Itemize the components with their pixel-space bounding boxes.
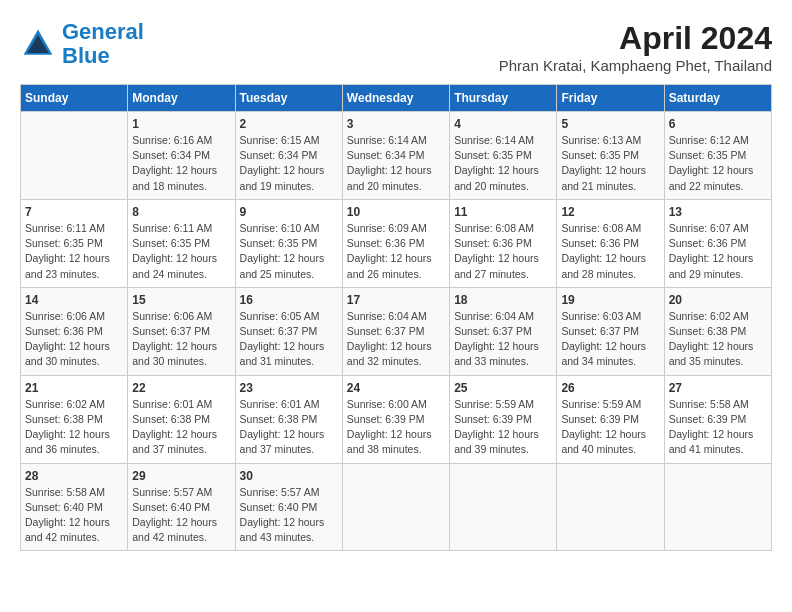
day-number: 11	[454, 205, 552, 219]
calendar-cell: 20Sunrise: 6:02 AM Sunset: 6:38 PM Dayli…	[664, 287, 771, 375]
logo-text: General Blue	[62, 20, 144, 68]
cell-content: Sunrise: 6:05 AM Sunset: 6:37 PM Dayligh…	[240, 309, 338, 370]
calendar-cell: 28Sunrise: 5:58 AM Sunset: 6:40 PM Dayli…	[21, 463, 128, 551]
calendar-cell: 8Sunrise: 6:11 AM Sunset: 6:35 PM Daylig…	[128, 199, 235, 287]
calendar-cell: 18Sunrise: 6:04 AM Sunset: 6:37 PM Dayli…	[450, 287, 557, 375]
calendar-cell: 25Sunrise: 5:59 AM Sunset: 6:39 PM Dayli…	[450, 375, 557, 463]
cell-content: Sunrise: 6:02 AM Sunset: 6:38 PM Dayligh…	[669, 309, 767, 370]
day-header-thursday: Thursday	[450, 85, 557, 112]
day-number: 27	[669, 381, 767, 395]
day-number: 1	[132, 117, 230, 131]
cell-content: Sunrise: 5:58 AM Sunset: 6:39 PM Dayligh…	[669, 397, 767, 458]
calendar-cell: 5Sunrise: 6:13 AM Sunset: 6:35 PM Daylig…	[557, 112, 664, 200]
calendar-cell: 4Sunrise: 6:14 AM Sunset: 6:35 PM Daylig…	[450, 112, 557, 200]
day-number: 12	[561, 205, 659, 219]
calendar-cell: 19Sunrise: 6:03 AM Sunset: 6:37 PM Dayli…	[557, 287, 664, 375]
day-number: 30	[240, 469, 338, 483]
calendar-cell: 24Sunrise: 6:00 AM Sunset: 6:39 PM Dayli…	[342, 375, 449, 463]
calendar-header-row: SundayMondayTuesdayWednesdayThursdayFrid…	[21, 85, 772, 112]
calendar-table: SundayMondayTuesdayWednesdayThursdayFrid…	[20, 84, 772, 551]
day-number: 14	[25, 293, 123, 307]
day-number: 22	[132, 381, 230, 395]
calendar-cell: 15Sunrise: 6:06 AM Sunset: 6:37 PM Dayli…	[128, 287, 235, 375]
cell-content: Sunrise: 5:59 AM Sunset: 6:39 PM Dayligh…	[561, 397, 659, 458]
day-number: 19	[561, 293, 659, 307]
day-number: 25	[454, 381, 552, 395]
page-subtitle: Phran Kratai, Kamphaeng Phet, Thailand	[499, 57, 772, 74]
calendar-cell	[342, 463, 449, 551]
cell-content: Sunrise: 6:00 AM Sunset: 6:39 PM Dayligh…	[347, 397, 445, 458]
cell-content: Sunrise: 5:57 AM Sunset: 6:40 PM Dayligh…	[240, 485, 338, 546]
day-number: 15	[132, 293, 230, 307]
cell-content: Sunrise: 6:03 AM Sunset: 6:37 PM Dayligh…	[561, 309, 659, 370]
calendar-cell: 23Sunrise: 6:01 AM Sunset: 6:38 PM Dayli…	[235, 375, 342, 463]
cell-content: Sunrise: 6:04 AM Sunset: 6:37 PM Dayligh…	[454, 309, 552, 370]
cell-content: Sunrise: 6:01 AM Sunset: 6:38 PM Dayligh…	[240, 397, 338, 458]
day-number: 10	[347, 205, 445, 219]
day-header-friday: Friday	[557, 85, 664, 112]
day-number: 18	[454, 293, 552, 307]
day-header-sunday: Sunday	[21, 85, 128, 112]
cell-content: Sunrise: 6:08 AM Sunset: 6:36 PM Dayligh…	[561, 221, 659, 282]
day-header-monday: Monday	[128, 85, 235, 112]
day-number: 29	[132, 469, 230, 483]
calendar-cell: 7Sunrise: 6:11 AM Sunset: 6:35 PM Daylig…	[21, 199, 128, 287]
logo: General Blue	[20, 20, 144, 68]
calendar-week-row: 1Sunrise: 6:16 AM Sunset: 6:34 PM Daylig…	[21, 112, 772, 200]
calendar-week-row: 28Sunrise: 5:58 AM Sunset: 6:40 PM Dayli…	[21, 463, 772, 551]
page-header: General Blue April 2024 Phran Kratai, Ka…	[20, 20, 772, 74]
calendar-cell: 13Sunrise: 6:07 AM Sunset: 6:36 PM Dayli…	[664, 199, 771, 287]
calendar-cell: 27Sunrise: 5:58 AM Sunset: 6:39 PM Dayli…	[664, 375, 771, 463]
calendar-cell: 14Sunrise: 6:06 AM Sunset: 6:36 PM Dayli…	[21, 287, 128, 375]
cell-content: Sunrise: 6:09 AM Sunset: 6:36 PM Dayligh…	[347, 221, 445, 282]
day-header-wednesday: Wednesday	[342, 85, 449, 112]
day-number: 5	[561, 117, 659, 131]
calendar-cell: 1Sunrise: 6:16 AM Sunset: 6:34 PM Daylig…	[128, 112, 235, 200]
cell-content: Sunrise: 5:59 AM Sunset: 6:39 PM Dayligh…	[454, 397, 552, 458]
cell-content: Sunrise: 6:11 AM Sunset: 6:35 PM Dayligh…	[132, 221, 230, 282]
cell-content: Sunrise: 6:01 AM Sunset: 6:38 PM Dayligh…	[132, 397, 230, 458]
day-number: 16	[240, 293, 338, 307]
calendar-cell: 16Sunrise: 6:05 AM Sunset: 6:37 PM Dayli…	[235, 287, 342, 375]
day-number: 21	[25, 381, 123, 395]
calendar-week-row: 7Sunrise: 6:11 AM Sunset: 6:35 PM Daylig…	[21, 199, 772, 287]
day-number: 8	[132, 205, 230, 219]
calendar-cell: 17Sunrise: 6:04 AM Sunset: 6:37 PM Dayli…	[342, 287, 449, 375]
cell-content: Sunrise: 6:13 AM Sunset: 6:35 PM Dayligh…	[561, 133, 659, 194]
calendar-cell: 22Sunrise: 6:01 AM Sunset: 6:38 PM Dayli…	[128, 375, 235, 463]
cell-content: Sunrise: 6:14 AM Sunset: 6:35 PM Dayligh…	[454, 133, 552, 194]
day-number: 23	[240, 381, 338, 395]
cell-content: Sunrise: 6:06 AM Sunset: 6:37 PM Dayligh…	[132, 309, 230, 370]
cell-content: Sunrise: 6:14 AM Sunset: 6:34 PM Dayligh…	[347, 133, 445, 194]
cell-content: Sunrise: 6:08 AM Sunset: 6:36 PM Dayligh…	[454, 221, 552, 282]
calendar-cell: 6Sunrise: 6:12 AM Sunset: 6:35 PM Daylig…	[664, 112, 771, 200]
calendar-cell: 30Sunrise: 5:57 AM Sunset: 6:40 PM Dayli…	[235, 463, 342, 551]
cell-content: Sunrise: 5:57 AM Sunset: 6:40 PM Dayligh…	[132, 485, 230, 546]
day-header-tuesday: Tuesday	[235, 85, 342, 112]
day-number: 2	[240, 117, 338, 131]
day-number: 13	[669, 205, 767, 219]
calendar-cell: 10Sunrise: 6:09 AM Sunset: 6:36 PM Dayli…	[342, 199, 449, 287]
day-number: 26	[561, 381, 659, 395]
cell-content: Sunrise: 6:10 AM Sunset: 6:35 PM Dayligh…	[240, 221, 338, 282]
day-header-saturday: Saturday	[664, 85, 771, 112]
cell-content: Sunrise: 6:04 AM Sunset: 6:37 PM Dayligh…	[347, 309, 445, 370]
day-number: 3	[347, 117, 445, 131]
day-number: 24	[347, 381, 445, 395]
cell-content: Sunrise: 5:58 AM Sunset: 6:40 PM Dayligh…	[25, 485, 123, 546]
calendar-cell	[21, 112, 128, 200]
calendar-cell: 2Sunrise: 6:15 AM Sunset: 6:34 PM Daylig…	[235, 112, 342, 200]
cell-content: Sunrise: 6:07 AM Sunset: 6:36 PM Dayligh…	[669, 221, 767, 282]
cell-content: Sunrise: 6:02 AM Sunset: 6:38 PM Dayligh…	[25, 397, 123, 458]
calendar-cell: 21Sunrise: 6:02 AM Sunset: 6:38 PM Dayli…	[21, 375, 128, 463]
title-block: April 2024 Phran Kratai, Kamphaeng Phet,…	[499, 20, 772, 74]
calendar-cell	[450, 463, 557, 551]
calendar-cell: 12Sunrise: 6:08 AM Sunset: 6:36 PM Dayli…	[557, 199, 664, 287]
calendar-cell: 29Sunrise: 5:57 AM Sunset: 6:40 PM Dayli…	[128, 463, 235, 551]
cell-content: Sunrise: 6:15 AM Sunset: 6:34 PM Dayligh…	[240, 133, 338, 194]
calendar-cell: 9Sunrise: 6:10 AM Sunset: 6:35 PM Daylig…	[235, 199, 342, 287]
cell-content: Sunrise: 6:16 AM Sunset: 6:34 PM Dayligh…	[132, 133, 230, 194]
calendar-cell: 11Sunrise: 6:08 AM Sunset: 6:36 PM Dayli…	[450, 199, 557, 287]
calendar-cell	[664, 463, 771, 551]
page-title: April 2024	[499, 20, 772, 57]
